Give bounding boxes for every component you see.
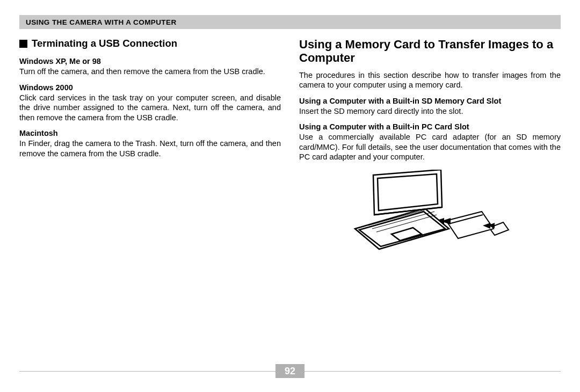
section-banner: USING THE CAMERA WITH A COMPUTER bbox=[19, 15, 561, 29]
square-bullet-icon bbox=[19, 40, 27, 48]
left-heading-text: Terminating a USB Connection bbox=[32, 38, 177, 49]
subhead: Macintosh bbox=[19, 129, 281, 137]
right-heading: Using a Memory Card to Transfer Images t… bbox=[299, 38, 561, 65]
right-intro: The procedures in this section describe … bbox=[299, 70, 561, 90]
left-section-2: Macintosh In Finder, drag the camera to … bbox=[19, 129, 281, 158]
left-section-1: Windows 2000 Click card services in the … bbox=[19, 83, 281, 123]
body-text: In Finder, drag the camera to the Trash.… bbox=[19, 139, 281, 158]
right-section-0: Using a Computer with a Built-in SD Memo… bbox=[299, 97, 561, 117]
two-column-layout: Terminating a USB Connection Windows XP,… bbox=[19, 38, 561, 250]
body-text: Click card services in the task tray on … bbox=[19, 93, 281, 123]
right-column: Using a Memory Card to Transfer Images t… bbox=[299, 38, 561, 250]
left-section-0: Windows XP, Me or 98 Turn off the camera… bbox=[19, 57, 281, 77]
subhead: Using a Computer with a Built-in PC Card… bbox=[299, 122, 561, 131]
body-text: Insert the SD memory card directly into … bbox=[299, 106, 561, 117]
footer-rule-left bbox=[19, 371, 276, 372]
footer-rule-right bbox=[305, 371, 561, 372]
left-heading: Terminating a USB Connection bbox=[19, 38, 281, 49]
svg-marker-12 bbox=[378, 174, 438, 210]
page-footer: 92 bbox=[19, 364, 561, 378]
body-text: Use a commercially available PC card ada… bbox=[299, 132, 561, 162]
subhead: Windows XP, Me or 98 bbox=[19, 57, 281, 66]
manual-page: USING THE CAMERA WITH A COMPUTER Termina… bbox=[0, 0, 580, 392]
section-banner-text: USING THE CAMERA WITH A COMPUTER bbox=[26, 18, 177, 26]
right-section-1: Using a Computer with a Built-in PC Card… bbox=[299, 122, 561, 162]
left-column: Terminating a USB Connection Windows XP,… bbox=[19, 38, 281, 250]
body-text: Turn off the camera, and then remove the… bbox=[19, 67, 281, 77]
laptop-card-icon bbox=[350, 170, 511, 250]
subhead: Windows 2000 bbox=[19, 83, 281, 92]
laptop-sd-illustration bbox=[299, 170, 561, 250]
subhead: Using a Computer with a Built-in SD Memo… bbox=[299, 97, 561, 105]
page-number: 92 bbox=[276, 364, 305, 378]
